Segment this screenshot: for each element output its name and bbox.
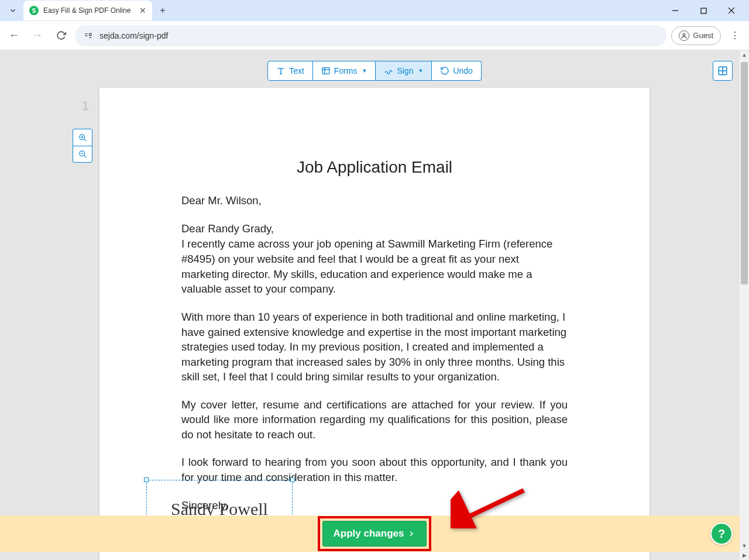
svg-rect-11 — [322, 68, 329, 74]
browser-tab-strip: S Easy Fill & Sign PDF Online ✕ + — [0, 0, 749, 21]
scroll-up-icon[interactable]: ▲ — [740, 50, 749, 60]
document-title: Job Application Email — [181, 158, 568, 177]
svg-line-22 — [84, 155, 86, 157]
scroll-right-icon[interactable]: ▶ — [740, 551, 749, 560]
annotation-highlight: Apply changes — [318, 516, 432, 551]
reload-button[interactable] — [51, 26, 70, 45]
browser-menu-button[interactable]: ⋮ — [726, 26, 744, 45]
resize-handle-tl[interactable] — [144, 477, 149, 482]
profile-button[interactable]: Guest — [671, 26, 721, 45]
resize-handle-tr[interactable] — [290, 477, 295, 482]
forms-tool-button[interactable]: Forms ▼ — [313, 61, 376, 81]
sign-tool-label: Sign — [397, 66, 413, 75]
apply-changes-label: Apply changes — [334, 528, 404, 540]
tab-favicon-icon: S — [29, 6, 39, 15]
zoom-controls — [73, 129, 92, 163]
scroll-down-icon[interactable]: ▼ — [740, 541, 749, 551]
browser-toolbar: ← → sejda.com/sign-pdf Guest ⋮ — [0, 21, 749, 50]
scrollbar-thumb[interactable] — [741, 62, 748, 284]
svg-point-8 — [683, 33, 685, 36]
help-icon: ? — [718, 527, 725, 541]
minimize-window-button[interactable] — [662, 2, 688, 19]
page-layout-button[interactable] — [713, 61, 733, 81]
svg-rect-1 — [701, 8, 706, 13]
editor-toolbar: Text Forms ▼ Sign ▼ Undo — [267, 61, 482, 81]
forward-button[interactable]: → — [28, 26, 47, 45]
tab-search-button[interactable] — [5, 2, 21, 19]
apply-changes-bar: Apply changes — [0, 516, 749, 552]
text-tool-button[interactable]: Text — [267, 61, 313, 81]
sign-tool-button[interactable]: Sign ▼ — [376, 61, 432, 81]
svg-line-18 — [84, 139, 86, 141]
back-button[interactable]: ← — [5, 26, 23, 45]
zoom-in-button[interactable] — [73, 129, 92, 146]
url-text: sejda.com/sign-pdf — [99, 31, 658, 40]
guest-label: Guest — [693, 31, 713, 40]
tab-title: Easy Fill & Sign PDF Online — [43, 6, 135, 15]
vertical-scrollbar[interactable]: ▲ ▼ — [740, 50, 749, 551]
browser-tab[interactable]: S Easy Fill & Sign PDF Online ✕ — [23, 1, 152, 20]
guest-avatar-icon — [679, 30, 689, 41]
text-tool-label: Text — [289, 66, 304, 75]
document-greeting-2: Dear Randy Grady, — [181, 221, 568, 236]
svg-point-6 — [89, 33, 91, 36]
forms-tool-label: Forms — [334, 66, 358, 75]
site-info-icon[interactable] — [83, 30, 94, 41]
zoom-out-button[interactable] — [73, 146, 92, 162]
apply-changes-button[interactable]: Apply changes — [322, 521, 427, 547]
close-window-button[interactable] — [719, 2, 744, 19]
pdf-page[interactable]: Job Application Email Dear Mr. Wilson, D… — [99, 88, 650, 560]
undo-button[interactable]: Undo — [432, 61, 481, 81]
caret-down-icon: ▼ — [418, 68, 423, 74]
maximize-window-button[interactable] — [690, 2, 716, 19]
caret-down-icon: ▼ — [362, 68, 367, 74]
document-paragraph-2: With more than 10 years of experience in… — [181, 310, 568, 384]
close-tab-icon[interactable]: ✕ — [139, 6, 146, 15]
address-bar[interactable]: sejda.com/sign-pdf — [75, 25, 666, 46]
undo-label: Undo — [453, 66, 472, 75]
document-greeting-1: Dear Mr. Wilson, — [181, 193, 568, 208]
new-tab-button[interactable]: + — [154, 2, 171, 19]
help-button[interactable]: ? — [710, 523, 733, 545]
page-number: 1 — [82, 98, 89, 114]
document-paragraph-1: I recently came across your job opening … — [181, 236, 568, 297]
document-paragraph-3: My cover letter, resume and certificatio… — [181, 397, 568, 442]
